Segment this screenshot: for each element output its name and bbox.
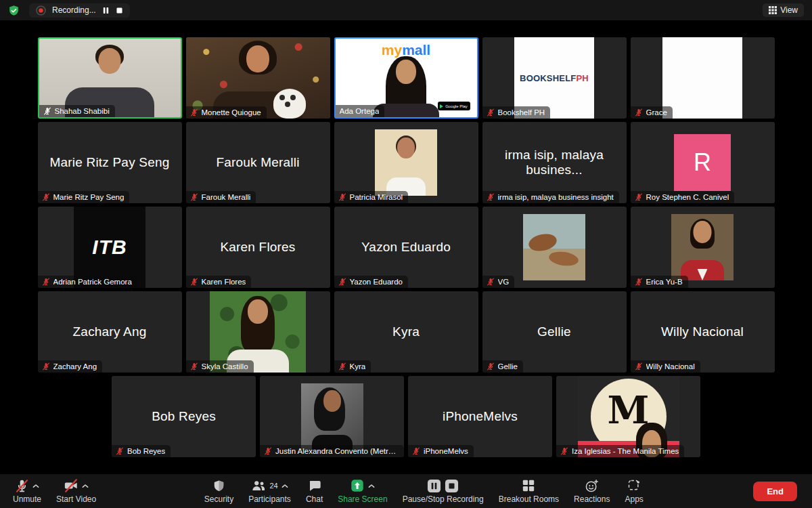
tile-iphonemelvs[interactable]: iPhoneMelvs iPhoneMelvs	[408, 376, 552, 457]
mic-off-icon	[15, 478, 39, 493]
toolbar-item-label: Start Video	[56, 494, 96, 504]
tile-erica-yu-b[interactable]: Erica Yu-B	[631, 207, 775, 288]
nameplate: Iza Iglesias - The Manila Times	[556, 445, 684, 457]
tile-iza-iglesias-the-manila-times[interactable]: M Iza Iglesias - The Manila Times	[556, 376, 700, 457]
nameplate-label: Marie Ritz Pay Seng	[53, 193, 125, 201]
nameplate: Monette Quiogue	[186, 106, 267, 119]
encryption-shield-icon[interactable]	[8, 5, 20, 16]
nameplate-label: Yazon Eduardo	[350, 278, 403, 286]
tile-kyra[interactable]: Kyra Kyra	[334, 291, 478, 373]
toolbar-item-apps[interactable]: Apps	[617, 474, 650, 508]
participants-count-badge: 24	[269, 482, 277, 490]
gallery-view: Shahab Shabibi Monette Quiogue mymall Go…	[0, 20, 812, 474]
toolbar-item-security[interactable]: Security	[197, 474, 241, 508]
mic-muted-icon	[487, 193, 495, 201]
tile-karen-flores[interactable]: Karen Flores Karen Flores	[186, 207, 330, 288]
pause-stop-icon	[427, 478, 459, 493]
chevron-up-icon[interactable]	[82, 484, 89, 488]
tile-bookshelf-ph[interactable]: BOOKSHELFPH Bookshelf PH	[482, 37, 627, 119]
nameplate: Karen Flores	[186, 276, 252, 288]
tile-zachary-ang[interactable]: Zachary Ang Zachary Ang	[38, 291, 182, 373]
toolbar-item-breakout-rooms[interactable]: Breakout Rooms	[491, 474, 566, 508]
chevron-up-icon[interactable]	[368, 484, 375, 488]
toolbar-item-reactions[interactable]: Reactions	[566, 474, 617, 508]
tile-bob-reyes[interactable]: Bob Reyes Bob Reyes	[112, 376, 256, 457]
toolbar-item-chat[interactable]: Chat	[298, 474, 330, 508]
nameplate-label: Erica Yu-B	[646, 278, 683, 286]
tile-willy-nacional[interactable]: Willy Nacional Willy Nacional	[631, 291, 775, 373]
tile-adrian-patrick-gemora[interactable]: ITB Adrian Patrick Gemora	[38, 207, 182, 288]
end-meeting-button[interactable]: End	[753, 482, 797, 501]
nameplate-label: Monette Quiogue	[202, 108, 261, 117]
nameplate: Roy Stephen C. Canivel	[631, 191, 735, 203]
nameplate: Grace	[631, 106, 673, 119]
nameplate: irma isip, malaya business insight	[482, 191, 619, 203]
nameplate-label: Zachary Ang	[53, 362, 97, 371]
tile-monette-quiogue[interactable]: Monette Quiogue	[186, 37, 330, 119]
toolbar-item-label: Reactions	[574, 494, 610, 504]
nameplate-label: iPhoneMelvs	[424, 447, 468, 455]
nameplate-label: Bob Reyes	[127, 447, 165, 455]
nameplate-label: Grace	[646, 108, 667, 117]
mic-muted-icon	[338, 362, 346, 371]
tile-patricia-mirasol[interactable]: Patricia Mirasol	[334, 122, 478, 203]
gallery-row: Bob Reyes Bob Reyes Justin Alexandra Con…	[112, 376, 700, 457]
shield-icon	[212, 478, 225, 493]
nameplate-label: Farouk Meralli	[202, 193, 251, 201]
chevron-up-icon[interactable]	[281, 484, 288, 488]
pet-dog	[273, 89, 306, 119]
end-button-area: End	[744, 474, 807, 508]
stop-recording-button[interactable]	[116, 7, 123, 14]
nameplate-label: Shahab Shabibi	[55, 107, 110, 115]
toolbar-item-start-video[interactable]: Start Video	[49, 474, 104, 508]
nameplate: Gellie	[482, 360, 523, 373]
nameplate: Willy Nacional	[631, 360, 700, 373]
chevron-up-icon[interactable]	[32, 484, 39, 488]
gallery-row: Shahab Shabibi Monette Quiogue mymall Go…	[38, 37, 775, 119]
nameplate: Marie Ritz Pay Seng	[38, 191, 130, 203]
tile-gellie[interactable]: Gellie Gellie	[482, 291, 627, 373]
nameplate-label: Iza Iglesias - The Manila Times	[572, 447, 679, 455]
meeting-toolbar: UnmuteStart VideoSecurity24ParticipantsC…	[0, 474, 812, 508]
toolbar-item-pause-stop-recording[interactable]: Pause/Stop Recording	[395, 474, 491, 508]
tile-roy-stephen-c-canivel[interactable]: R Roy Stephen C. Canivel	[631, 122, 775, 203]
nameplate-label: Willy Nacional	[646, 362, 695, 371]
view-button[interactable]: View	[763, 3, 804, 17]
toolbar-item-label: Share Screen	[338, 494, 387, 504]
nameplate: Zachary Ang	[38, 360, 103, 373]
mic-muted-icon	[338, 193, 346, 201]
tile-irma-isip-malaya-business-insight[interactable]: irma isip, malaya busines... irma isip, …	[482, 122, 627, 203]
toolbar-item-participants[interactable]: 24Participants	[241, 474, 298, 508]
tile-vg[interactable]: VG	[482, 207, 627, 288]
tile-yazon-eduardo[interactable]: Yazon Eduardo Yazon Eduardo	[334, 207, 478, 288]
nameplate-label: Ada Ortega	[340, 107, 380, 115]
tile-skyla-castillo[interactable]: Skyla Castillo	[186, 291, 330, 373]
recording-indicator-icon	[36, 5, 46, 16]
toolbar-item-label: Pause/Stop Recording	[403, 494, 484, 504]
nameplate: Ada Ortega	[336, 105, 385, 117]
mic-muted-icon	[264, 447, 272, 455]
gallery-row: Marie Ritz Pay Seng Marie Ritz Pay SengF…	[38, 122, 775, 203]
grid-view-icon	[769, 6, 777, 14]
toolbar-item-share-screen[interactable]: Share Screen	[330, 474, 394, 508]
toolbar-spacer	[651, 474, 744, 508]
mic-muted-icon	[190, 193, 198, 201]
nameplate: Bob Reyes	[112, 445, 171, 457]
nameplate: Bookshelf PH	[482, 106, 551, 119]
tile-ada-ortega[interactable]: mymall Google PlayAda Ortega	[334, 37, 478, 119]
toolbar-item-label: Chat	[306, 494, 323, 504]
tile-farouk-meralli[interactable]: Farouk Meralli Farouk Meralli	[186, 122, 330, 203]
grid-icon	[522, 478, 535, 493]
mic-muted-icon	[635, 108, 643, 117]
toolbar-item-unmute[interactable]: Unmute	[5, 474, 49, 508]
mic-muted-icon	[190, 108, 198, 117]
mic-muted-icon	[116, 447, 124, 455]
mic-muted-icon	[487, 108, 495, 117]
tile-grace[interactable]: Grace	[631, 37, 775, 119]
pause-recording-button[interactable]	[102, 7, 110, 14]
tile-justin-alexandra-convento-metro-styl[interactable]: Justin Alexandra Convento (Metro.Styl...	[260, 376, 404, 457]
tile-shahab-shabibi[interactable]: Shahab Shabibi	[38, 37, 182, 119]
mic-muted-icon	[42, 278, 50, 286]
toolbar-item-label: Participants	[248, 494, 291, 504]
tile-marie-ritz-pay-seng[interactable]: Marie Ritz Pay Seng Marie Ritz Pay Seng	[38, 122, 182, 203]
